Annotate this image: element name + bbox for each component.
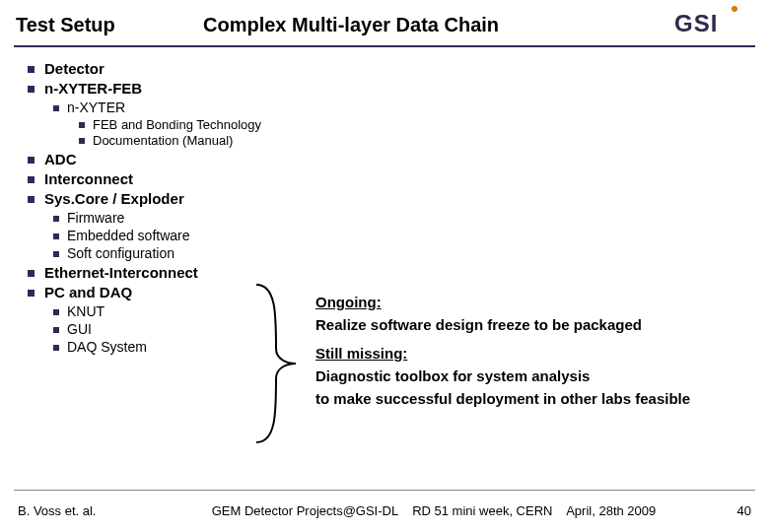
- callout-text: Realize software design freeze to be pac…: [315, 315, 749, 335]
- outline-subitem: Firmware: [53, 210, 769, 226]
- outline-subsubitem: Documentation (Manual): [79, 133, 769, 148]
- outline-item: ADC: [28, 151, 769, 167]
- footer-divider: [14, 490, 755, 491]
- slide-title: Complex Multi-layer Data Chain: [193, 14, 674, 36]
- outline-item: Interconnect: [28, 170, 769, 187]
- footer-event: RD 51 mini week, CERN: [412, 503, 552, 518]
- outline-item: Sys.Core / Exploder: [28, 190, 769, 207]
- callout-text: to make successful deployment in other l…: [315, 389, 749, 409]
- slide-footer: B. Voss et. al. GEM Detector Projects@GS…: [0, 503, 769, 518]
- footer-author: B. Voss et. al.: [18, 503, 156, 518]
- logo-text: GSI: [674, 10, 718, 36]
- outline-subitem: n-XYTER: [53, 100, 769, 115]
- outline-subitem: Embedded software: [53, 228, 769, 243]
- callout-text: Diagnostic toolbox for system analysis: [315, 366, 749, 386]
- footer-page-number: 40: [712, 503, 751, 518]
- slide-header: Test Setup Complex Multi-layer Data Chai…: [0, 0, 769, 45]
- outline-subsubitem: FEB and Bonding Technology: [79, 117, 769, 132]
- status-callout: Ongoing: Realize software design freeze …: [315, 290, 749, 412]
- section-label: Test Setup: [16, 14, 193, 36]
- outline-item: Detector: [28, 60, 769, 77]
- outline-item: Ethernet-Interconnect: [28, 264, 769, 281]
- outline-subitem: Soft configuration: [53, 245, 769, 261]
- footer-project: GEM Detector Projects@GSI-DL: [212, 503, 398, 518]
- callout-heading: Ongoing:: [315, 293, 749, 312]
- gsi-logo: GSI: [674, 10, 753, 39]
- callout-heading: Still missing:: [315, 344, 749, 364]
- footer-date: April, 28th 2009: [566, 503, 656, 518]
- logo-dot-icon: [732, 6, 737, 12]
- slide-body: Detector n-XYTER-FEB n-XYTER FEB and Bon…: [0, 49, 769, 355]
- outline-item: n-XYTER-FEB: [28, 80, 769, 97]
- footer-center: GEM Detector Projects@GSI-DL RD 51 mini …: [156, 503, 712, 518]
- header-divider: [14, 45, 755, 47]
